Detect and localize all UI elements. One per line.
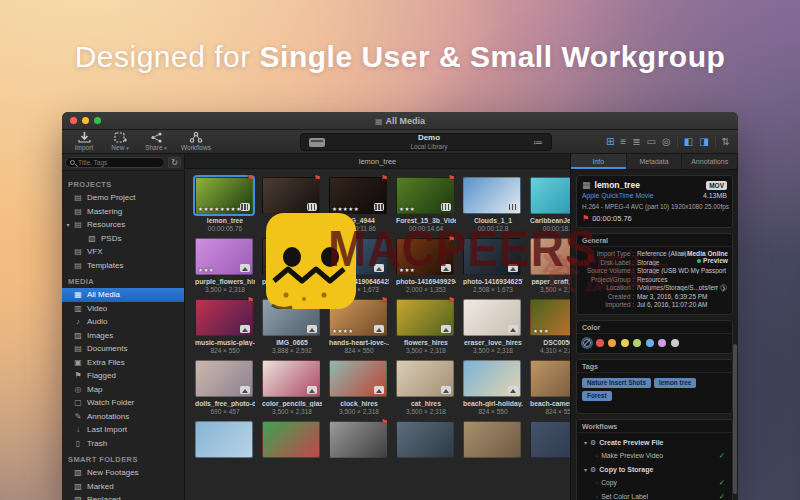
- tab-info[interactable]: Info: [571, 154, 627, 169]
- tag-chip[interactable]: lemon tree: [654, 378, 696, 388]
- sidebar-item-trash[interactable]: ▯Trash: [62, 437, 184, 451]
- sidebar-item-psds[interactable]: ▧PSDs: [62, 232, 184, 246]
- sidebar-item-vfx[interactable]: ▤VFX: [62, 245, 184, 259]
- media-item[interactable]: ★★★★photo-14234836411543,888 × 2,592: [262, 238, 322, 293]
- sidebar-item-demo-project[interactable]: ▤Demo Project: [62, 191, 184, 205]
- sidebar-item-replaced[interactable]: ▧Replaced: [62, 493, 184, 500]
- media-thumbnail[interactable]: [530, 421, 570, 458]
- new-button[interactable]: New ▾: [102, 132, 138, 151]
- tab-metadata[interactable]: Metadata: [627, 154, 683, 169]
- media-thumbnail[interactable]: ★★★: [195, 238, 253, 275]
- sidebar-item-annotations[interactable]: ✎Annotations: [62, 410, 184, 424]
- disclosure-icon[interactable]: ▾: [584, 439, 587, 446]
- color-none-swatch[interactable]: [583, 339, 591, 347]
- media-item[interactable]: [396, 421, 456, 458]
- share-button[interactable]: Share ▾: [138, 132, 174, 151]
- media-item[interactable]: ⚑flowers_hires3,500 × 2,318: [396, 299, 456, 354]
- media-thumbnail[interactable]: ⚑★★★★: [329, 299, 387, 336]
- tab-annotations[interactable]: Annotations: [682, 154, 738, 169]
- media-item[interactable]: ⚑★★★★hands-heart-love-...824 × 550: [329, 299, 389, 354]
- scrollbar[interactable]: [733, 344, 737, 494]
- media-item[interactable]: [530, 421, 570, 458]
- media-thumbnail[interactable]: [463, 360, 521, 397]
- media-thumbnail[interactable]: ⚑: [262, 177, 320, 214]
- media-item[interactable]: ★★★purple_flowers_hires3,500 × 2,318: [195, 238, 255, 293]
- sidebar-item-templates[interactable]: ▤Templates: [62, 259, 184, 273]
- media-thumbnail[interactable]: [396, 421, 454, 458]
- media-item[interactable]: [463, 421, 523, 458]
- sidebar-item-audio[interactable]: ♪Audio: [62, 315, 184, 329]
- media-thumbnail[interactable]: [530, 238, 570, 275]
- color-swatch[interactable]: [671, 339, 679, 347]
- media-thumbnail[interactable]: [195, 421, 253, 458]
- color-swatch[interactable]: [646, 339, 654, 347]
- media-item[interactable]: eraser_love_hires3,500 × 2,318: [463, 299, 523, 354]
- workflow-step[interactable]: ◦Copy✓: [582, 476, 727, 490]
- media-thumbnail[interactable]: ⚑: [396, 299, 454, 336]
- sidebar-item-mastering[interactable]: ▤Mastering: [62, 205, 184, 219]
- map-view-icon[interactable]: ◎: [662, 137, 671, 147]
- reveal-chevron-icon[interactable]: ❯: [720, 284, 727, 291]
- filmstrip-view-icon[interactable]: ▭: [647, 137, 656, 147]
- media-item[interactable]: ⚑: [329, 421, 389, 458]
- import-button[interactable]: Import: [66, 132, 102, 151]
- media-thumbnail[interactable]: ⚑★★★: [396, 177, 454, 214]
- workflow-group[interactable]: ▾⚙Copy to Storage: [582, 463, 727, 476]
- sidebar-item-documents[interactable]: ▤Documents: [62, 342, 184, 356]
- media-item[interactable]: ★★★DSC005604,310 × 2,864: [530, 299, 570, 354]
- media-item[interactable]: color_pencils_glas...3,500 × 2,318: [262, 360, 322, 415]
- library-selector[interactable]: Demo Local Library ≔: [300, 133, 552, 151]
- toggle-right-panel-icon[interactable]: ◨: [699, 137, 708, 147]
- media-thumbnail[interactable]: [463, 421, 521, 458]
- media-item[interactable]: ⚑★★★★★IMG_494400:00:11.86: [329, 177, 389, 232]
- library-list-icon[interactable]: ≔: [533, 137, 543, 148]
- media-thumbnail[interactable]: [262, 360, 320, 397]
- media-thumbnail[interactable]: [195, 360, 253, 397]
- sidebar-item-flagged[interactable]: ⚑Flagged: [62, 369, 184, 383]
- grid-view-icon[interactable]: ⊞: [606, 137, 614, 147]
- search-input[interactable]: Title, Tags: [65, 157, 165, 168]
- color-swatch[interactable]: [633, 339, 641, 347]
- media-thumbnail[interactable]: ⚑: [195, 299, 253, 336]
- sidebar-item-all-media[interactable]: ▦All Media: [62, 288, 184, 302]
- workflow-step[interactable]: ◦Make Preview Video✓: [582, 449, 727, 463]
- sidebar-item-marked[interactable]: ▧Marked: [62, 480, 184, 494]
- flag-icon[interactable]: ⚑: [582, 214, 589, 223]
- media-thumbnail[interactable]: [530, 177, 570, 214]
- color-swatch[interactable]: [596, 339, 604, 347]
- media-thumbnail[interactable]: ⚑★★★★★: [329, 177, 387, 214]
- toggle-left-panel-icon[interactable]: ◧: [684, 137, 693, 147]
- media-thumbnail[interactable]: [329, 360, 387, 397]
- detail-view-icon[interactable]: ≣: [632, 137, 640, 147]
- sidebar-item-map[interactable]: ◎Map: [62, 383, 184, 397]
- media-item[interactable]: Clouds_1_100:00:12.8: [463, 177, 523, 232]
- sidebar-item-resources[interactable]: ▾▤Resources: [62, 218, 184, 232]
- media-item[interactable]: [195, 421, 255, 458]
- media-item[interactable]: ⚑★★★Forest_15_3b_Videvo00:00:14.64: [396, 177, 456, 232]
- workflow-step[interactable]: ◦Set Color Label✓: [582, 490, 727, 500]
- media-item[interactable]: dolls_free_photo-d...690 × 457: [195, 360, 255, 415]
- media-thumbnail[interactable]: [262, 421, 320, 458]
- media-item[interactable]: clock_hires3,500 × 2,318: [329, 360, 389, 415]
- color-swatch[interactable]: [621, 339, 629, 347]
- media-item[interactable]: ⚑IMG_494500:00:15.36: [262, 177, 322, 232]
- refresh-button[interactable]: ↻: [168, 157, 181, 168]
- media-item[interactable]: [262, 421, 322, 458]
- media-item[interactable]: ⚑★★★photo-14169499294222,000 × 1,353: [396, 238, 456, 293]
- media-thumbnail[interactable]: [463, 238, 521, 275]
- media-item[interactable]: beach-camera-hol...824 × 550: [530, 360, 570, 415]
- workflows-button[interactable]: Workflows: [174, 132, 218, 151]
- color-swatch[interactable]: [658, 339, 666, 347]
- media-thumbnail[interactable]: [463, 299, 521, 336]
- media-thumbnail[interactable]: ⚑★★★: [396, 238, 454, 275]
- sidebar-item-images[interactable]: ▨Images: [62, 329, 184, 343]
- media-item[interactable]: beach-girl-holiday...824 × 550: [463, 360, 523, 415]
- media-item[interactable]: paper_craft_hires3,500 × 2,318: [530, 238, 570, 293]
- disclosure-icon[interactable]: ▾: [584, 466, 587, 473]
- media-item[interactable]: ⚑music-music-play-...824 × 550: [195, 299, 255, 354]
- list-view-icon[interactable]: ≡: [620, 137, 626, 147]
- color-swatch[interactable]: [608, 339, 616, 347]
- workflow-group[interactable]: ▾⚙Create Preview File: [582, 436, 727, 449]
- media-item[interactable]: ⚑★★★★★★★★★lemon_tree00:00:05.76: [195, 177, 255, 232]
- media-thumbnail[interactable]: ⚑: [329, 421, 387, 458]
